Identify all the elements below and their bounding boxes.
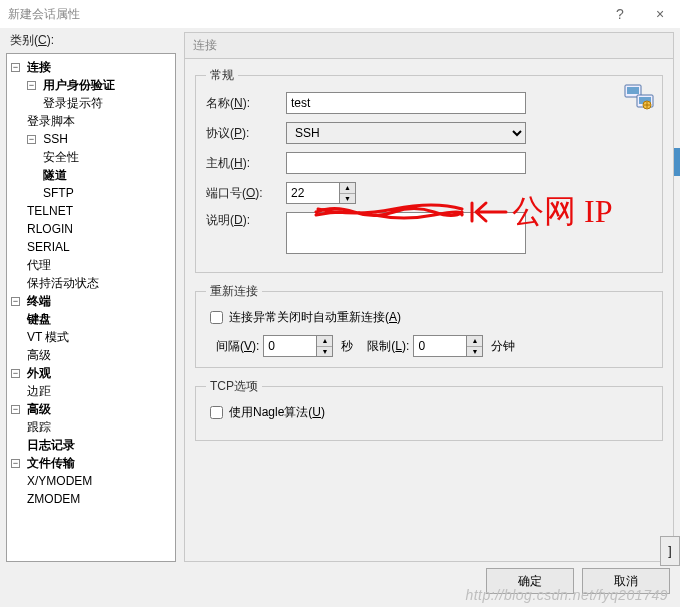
tree-logging[interactable]: 日志记录 [27, 438, 75, 452]
reconnect-legend: 重新连接 [206, 283, 262, 300]
tree-serial[interactable]: SERIAL [27, 240, 70, 254]
name-input[interactable] [286, 92, 526, 114]
tree-proxy[interactable]: 代理 [27, 258, 51, 272]
port-stepper[interactable]: ▲ ▼ [286, 182, 356, 204]
tree-vtmode[interactable]: VT 模式 [27, 330, 69, 344]
spin-down-icon[interactable]: ▼ [317, 347, 332, 357]
desc-textarea[interactable] [286, 212, 526, 254]
name-label: 名称(N): [206, 95, 286, 112]
side-bracket-button[interactable]: ] [660, 536, 680, 566]
tree-keyboard[interactable]: 键盘 [27, 312, 51, 326]
tree-toggle-icon[interactable]: − [27, 135, 36, 144]
right-column: 连接 常规 名称(N): 协议(P): SSH [184, 32, 674, 562]
right-accent-bar [674, 148, 680, 176]
limit-unit: 分钟 [491, 338, 515, 355]
interval-stepper[interactable]: ▲ ▼ [263, 335, 333, 357]
general-legend: 常规 [206, 67, 238, 84]
tree-appearance[interactable]: 外观 [27, 366, 51, 380]
tree-toggle-icon[interactable]: − [11, 405, 20, 414]
content-area: 类别(C): − 连接 − 用户身份验证 登录提示符 [0, 28, 680, 562]
port-label: 端口号(O): [206, 185, 286, 202]
tree-sftp[interactable]: SFTP [43, 186, 74, 200]
tree-ssh[interactable]: SSH [43, 132, 68, 146]
left-column: 类别(C): − 连接 − 用户身份验证 登录提示符 [6, 32, 176, 562]
spin-up-icon[interactable]: ▲ [340, 183, 355, 194]
nagle-checkbox[interactable] [210, 406, 223, 419]
tree-user-auth[interactable]: 用户身份验证 [43, 78, 115, 92]
tree-advanced-term[interactable]: 高级 [27, 348, 51, 362]
limit-label: 限制(L): [367, 338, 409, 355]
tree-trace[interactable]: 跟踪 [27, 420, 51, 434]
tree-toggle-icon[interactable]: − [11, 297, 20, 306]
spin-down-icon[interactable]: ▼ [340, 194, 355, 204]
titlebar: 新建会话属性 ? × [0, 0, 680, 28]
general-group: 常规 名称(N): 协议(P): SSH 主机(H): 端口号(O): [195, 67, 663, 273]
spin-down-icon[interactable]: ▼ [467, 347, 482, 357]
limit-input[interactable] [414, 336, 466, 356]
tree-toggle-icon[interactable]: − [27, 81, 36, 90]
interval-unit: 秒 [341, 338, 353, 355]
interval-input[interactable] [264, 336, 316, 356]
protocol-select[interactable]: SSH [286, 122, 526, 144]
watermark: http://blog.csdn.net/fyq201749 [465, 587, 668, 603]
spin-up-icon[interactable]: ▲ [467, 336, 482, 347]
category-tree[interactable]: − 连接 − 用户身份验证 登录提示符 登录脚本 [6, 53, 176, 562]
tree-security[interactable]: 安全性 [43, 150, 79, 164]
tcp-group: TCP选项 使用Nagle算法(U) [195, 378, 663, 441]
category-label: 类别(C): [10, 32, 176, 49]
host-label: 主机(H): [206, 155, 286, 172]
close-button[interactable]: × [640, 0, 680, 28]
tree-advanced[interactable]: 高级 [27, 402, 51, 416]
tcp-legend: TCP选项 [206, 378, 262, 395]
interval-label: 间隔(V): [216, 338, 259, 355]
panel-title: 连接 [184, 32, 674, 58]
port-input[interactable] [287, 183, 339, 203]
tree-telnet[interactable]: TELNET [27, 204, 73, 218]
spin-up-icon[interactable]: ▲ [317, 336, 332, 347]
tree-terminal[interactable]: 终端 [27, 294, 51, 308]
desc-label: 说明(D): [206, 212, 286, 229]
tree-xymodem[interactable]: X/YMODEM [27, 474, 92, 488]
panel-body: 常规 名称(N): 协议(P): SSH 主机(H): 端口号(O): [184, 58, 674, 562]
tree-login-prompt[interactable]: 登录提示符 [43, 96, 103, 110]
window-title: 新建会话属性 [8, 6, 80, 23]
host-input[interactable] [286, 152, 526, 174]
reconnect-group: 重新连接 连接异常关闭时自动重新连接(A) 间隔(V): ▲ ▼ 秒 [195, 283, 663, 368]
protocol-label: 协议(P): [206, 125, 286, 142]
tree-filetransfer[interactable]: 文件传输 [27, 456, 75, 470]
tree-rlogin[interactable]: RLOGIN [27, 222, 73, 236]
tree-connection[interactable]: 连接 [27, 60, 51, 74]
nagle-label: 使用Nagle算法(U) [229, 404, 325, 421]
auto-reconnect-label: 连接异常关闭时自动重新连接(A) [229, 309, 401, 326]
tree-keepalive[interactable]: 保持活动状态 [27, 276, 99, 290]
limit-stepper[interactable]: ▲ ▼ [413, 335, 483, 357]
tree-tunnel[interactable]: 隧道 [43, 168, 67, 182]
tree-zmodem[interactable]: ZMODEM [27, 492, 80, 506]
tree-margin[interactable]: 边距 [27, 384, 51, 398]
auto-reconnect-checkbox[interactable] [210, 311, 223, 324]
help-button[interactable]: ? [600, 0, 640, 28]
tree-login-script[interactable]: 登录脚本 [27, 114, 75, 128]
tree-toggle-icon[interactable]: − [11, 63, 20, 72]
tree-toggle-icon[interactable]: − [11, 369, 20, 378]
tree-toggle-icon[interactable]: − [11, 459, 20, 468]
